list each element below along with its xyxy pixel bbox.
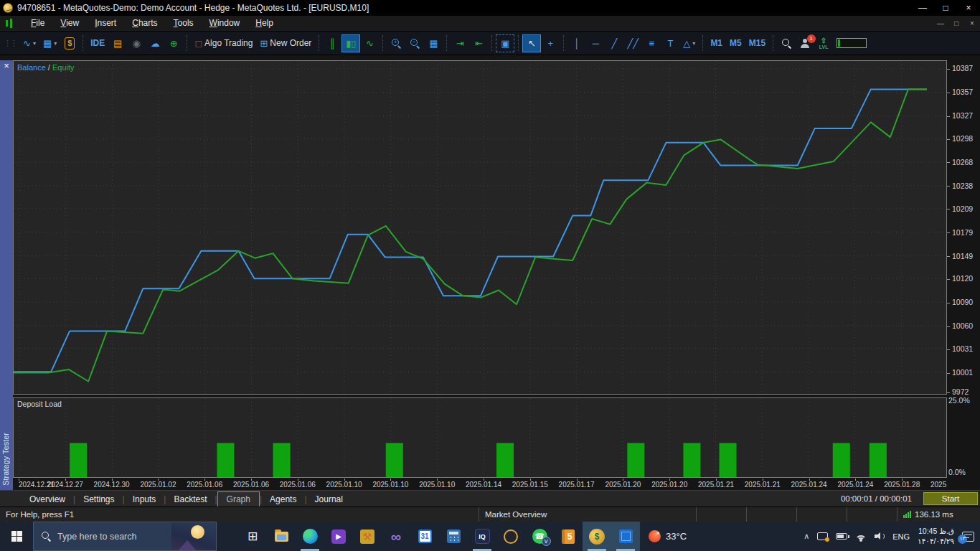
menu-view[interactable]: View (52, 16, 87, 31)
menu-insert[interactable]: Insert (87, 16, 124, 31)
tab-overview[interactable]: Overview (22, 493, 73, 506)
dev-tools-button[interactable]: ⚒ (353, 522, 382, 551)
levels-button[interactable]: ⇧LVL (814, 34, 833, 52)
new-chart-button[interactable]: ∿▾ (19, 34, 39, 52)
close-button[interactable]: × (957, 0, 980, 16)
bar-chart-button[interactable]: ║ (323, 34, 341, 52)
chart-screenshot-button[interactable]: ▣ (496, 34, 514, 52)
menu-window[interactable]: Window (202, 16, 248, 31)
horizontal-line-button[interactable]: ─ (586, 34, 605, 52)
tester-tabs: Overview|Settings|Inputs|Backtest|Graph|… (22, 492, 351, 505)
visual-studio-button[interactable]: ∞ (382, 522, 410, 551)
metatrader5-button[interactable]: $ (583, 522, 611, 551)
search-button[interactable] (777, 34, 796, 52)
clock[interactable]: 10:45 ق.ظ ۱۴۰۴/۰۴/۲۹ (918, 527, 954, 546)
edge-icon (303, 529, 318, 544)
strategy-tester-label: Strategy Tester (1, 433, 10, 486)
close-strategy-tester-button[interactable]: × (0, 60, 13, 72)
tab-agents[interactable]: Agents (262, 493, 304, 506)
tab-backtest[interactable]: Backtest (166, 493, 215, 506)
whatsapp-button[interactable]: ☎V (525, 522, 554, 551)
taskbar-search[interactable]: Type here to search (33, 522, 217, 551)
speaker-icon[interactable] (875, 532, 885, 540)
market-button[interactable]: ▤ (108, 34, 127, 52)
menu-charts[interactable]: Charts (124, 16, 165, 31)
candlestick-chart-button[interactable]: ▮▯ (341, 34, 360, 52)
connection-progress-bar[interactable] (833, 34, 870, 52)
office-5-app-button[interactable]: 5 (554, 522, 583, 551)
mdi-restore-button[interactable]: □ (948, 17, 964, 31)
start-button[interactable]: Start (923, 492, 978, 505)
time-axis[interactable]: 2024.12.212024.12.272024.12.302025.01.02… (13, 478, 947, 490)
community-button[interactable]: 1 (796, 34, 814, 52)
start-menu-button[interactable] (0, 522, 33, 551)
cloud-button[interactable]: ☁ (146, 34, 164, 52)
deposit-load-chart[interactable]: Deposit Load (13, 397, 947, 478)
battery-icon[interactable] (836, 533, 847, 540)
price-tick: 10268 (947, 158, 973, 166)
date-label: 2025.01.02 (140, 481, 176, 489)
zoom-out-button[interactable]: − (405, 34, 424, 52)
menu-help[interactable]: Help (248, 16, 281, 31)
language-indicator[interactable]: ENG (892, 532, 910, 541)
vertical-line-button[interactable]: │ (567, 34, 586, 52)
new-order-button[interactable]: ⊞New Order (256, 34, 315, 52)
accounts-button[interactable]: $ (60, 34, 79, 52)
trendline-button[interactable]: ╱ (605, 34, 623, 52)
vps-button[interactable]: ⊕ (164, 34, 183, 52)
notification-center-icon[interactable]: ۱۲ (962, 532, 974, 542)
timeframe-m1-button[interactable]: M1 (707, 34, 726, 52)
price-tick: 10357 (947, 88, 973, 96)
weather-widget[interactable]: 33°C (640, 522, 695, 551)
toolbar: ⋮⋮∿▾▦▾$IDE▤◉☁⊕◻Algo Trading⊞New Order║▮▯… (0, 32, 980, 55)
price-axis[interactable]: 1038710357103271029810268102381020910179… (947, 60, 980, 395)
channel-button[interactable]: ╱╱ (623, 34, 642, 52)
metaeditor-ide-button[interactable]: IDE (87, 34, 108, 52)
date-label: 2024.12.30 (94, 481, 130, 489)
minimize-button[interactable]: — (911, 0, 934, 16)
menu-tools[interactable]: Tools (166, 16, 202, 31)
edge-browser-button[interactable] (296, 522, 324, 551)
calendar-button[interactable]: 31 (410, 522, 439, 551)
iq-app-button[interactable]: IQ (468, 522, 496, 551)
mdi-close-button[interactable]: × (964, 17, 980, 31)
tab-journal[interactable]: Journal (307, 493, 351, 506)
balance-equity-chart[interactable]: Balance / Equity (13, 60, 947, 395)
shift-chart-end-button[interactable]: ⇥ (451, 34, 469, 52)
zoom-in-button[interactable]: + (387, 34, 405, 52)
hidden-icons-chevron[interactable]: ∧ (804, 532, 809, 541)
menu-file[interactable]: File (23, 16, 52, 31)
crosshair-button[interactable]: + (541, 34, 560, 52)
shapes-button[interactable]: △▾ (679, 34, 699, 52)
device-chip-app-button[interactable] (611, 522, 640, 551)
signals-button[interactable]: ◉ (127, 34, 146, 52)
calculator-button[interactable] (439, 522, 468, 551)
cursor-button[interactable]: ↖ (522, 34, 541, 52)
timeframe-m5-button[interactable]: M5 (726, 34, 745, 52)
equidistant-lines-button[interactable]: ≡ (642, 34, 661, 52)
status-market-overview[interactable]: Market Overview (479, 507, 696, 522)
price-tick: 10090 (947, 298, 973, 306)
algo-trading-button[interactable]: ◻Algo Trading (191, 34, 256, 52)
restore-button[interactable]: □ (934, 0, 957, 16)
wifi-icon[interactable] (855, 532, 867, 540)
mdi-minimize-button[interactable]: — (933, 17, 948, 31)
task-view-button[interactable]: ⊞ (238, 522, 267, 551)
deposit-load-label: Deposit Load (17, 400, 62, 408)
toolbar-grip[interactable]: ⋮⋮ (4, 39, 17, 48)
auto-scroll-button[interactable]: ⇤ (469, 34, 488, 52)
tab-settings[interactable]: Settings (75, 493, 122, 506)
chart-profiles-button[interactable]: ▦▾ (39, 34, 60, 52)
clock-date: ۱۴۰۴/۰۴/۲۹ (918, 537, 954, 547)
media-player-button[interactable]: ▶ (324, 522, 353, 551)
tab-inputs[interactable]: Inputs (125, 493, 164, 506)
timeframe-m15-button[interactable]: M15 (745, 34, 769, 52)
ring-app-button[interactable] (496, 522, 525, 551)
tile-windows-button[interactable]: ▦ (424, 34, 443, 52)
file-explorer-button[interactable] (267, 522, 296, 551)
text-tool-button[interactable]: T (661, 34, 679, 52)
line-chart-button[interactable]: ∿ (360, 34, 379, 52)
tab-graph[interactable]: Graph (217, 491, 260, 507)
cast-icon[interactable] (817, 532, 828, 540)
tools-icon: ⚒ (360, 529, 374, 544)
